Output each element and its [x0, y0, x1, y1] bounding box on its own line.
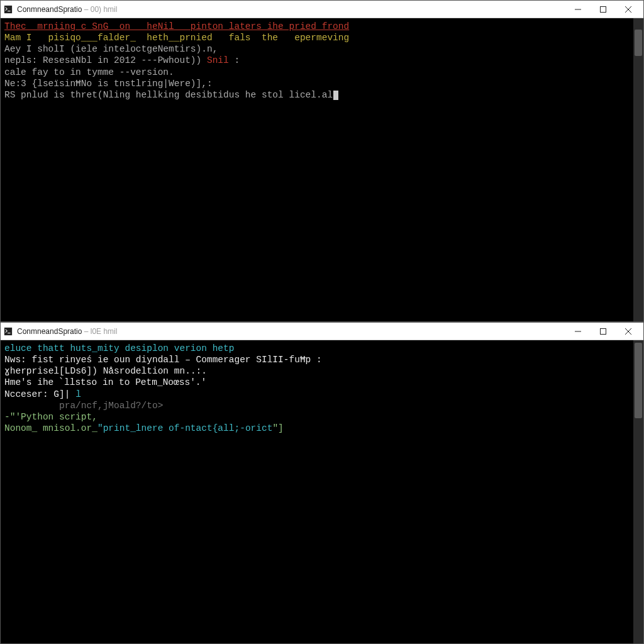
text-segment: "]	[272, 423, 283, 433]
window-title: ConmneandSpratio – l0E hmil	[17, 327, 117, 336]
terminal-line: Nonom_ mnisol.or_"print_lnere of-ntact{a…	[4, 423, 630, 434]
svg-rect-0	[4, 5, 12, 13]
terminal-line: Thec mrniing c SnG on heNil pinton later…	[4, 21, 630, 32]
close-button[interactable]	[616, 1, 641, 18]
terminal-icon	[3, 4, 13, 14]
minimize-button[interactable]	[565, 1, 591, 18]
window-title-main: ConmneandSpratio	[17, 5, 82, 14]
close-button[interactable]	[616, 323, 641, 340]
terminal-line: Aey I sholI (iele inteloctgeNemtirs).n,	[4, 43, 630, 55]
terminal-output[interactable]: Thec mrniing c SnG on heNil pinton later…	[1, 18, 633, 321]
scrollbar-thumb[interactable]	[635, 30, 642, 56]
scrollbar-thumb[interactable]	[635, 343, 642, 418]
text-segment: l	[75, 389, 81, 399]
minimize-button[interactable]	[565, 323, 591, 340]
minimize-icon	[575, 6, 581, 13]
text-segment: Hme's ihe ˋllstso in to Petm_Noœss'.'	[4, 377, 206, 387]
text-segment: cale fay to in tymme --version.	[4, 67, 174, 77]
terminal-line: eluce thatt huts_mity desiplon verion he…	[4, 343, 630, 354]
window-title-main: ConmneandSpratio	[17, 327, 82, 336]
scrollbar[interactable]	[633, 18, 643, 321]
terminal-line: ɣherprisel[LDs6]) Nåsrodeltion mn..:.	[4, 365, 630, 377]
scrollbar[interactable]	[633, 340, 643, 643]
text-segment: ɣherprisel[LDs6]) Nåsrodeltion mn..:.	[4, 366, 207, 376]
terminal-icon	[3, 326, 13, 336]
terminal-line: -"'Python script,	[4, 411, 630, 423]
maximize-button[interactable]	[591, 1, 616, 18]
terminal-line: nepls: ResesaNbl in 2012 ---Pwhout)) Sni…	[4, 55, 630, 66]
terminal-line: pra/ncf,jMoald?/to>	[4, 400, 630, 411]
text-segment: eluce thatt huts_mity desiplon verion he…	[4, 343, 234, 353]
minimize-icon	[575, 328, 581, 335]
svg-rect-3	[601, 6, 606, 12]
text-segment: nepls: ResesaNbl in 2012 ---Pwhout))	[4, 55, 207, 65]
text-segment: Thec mrniing c SnG on heNil pinton later…	[4, 21, 349, 31]
text-segment: Nws: fist rinyeś ie oun diyndall – Comme…	[4, 355, 322, 365]
terminal-line: Hme's ihe ˋllstso in to Petm_Noœss'.'	[4, 377, 630, 388]
text-segment: Mam I pisiqo___falder_ heth__prnied fals…	[4, 33, 349, 43]
terminal-output[interactable]: eluce thatt huts_mity desiplon verion he…	[1, 340, 633, 643]
terminal-window-1: ConmneandSpratio – 00) hmil Thec mrniing…	[0, 0, 644, 322]
terminal-line: Mam I pisiqo___falder_ heth__prnied fals…	[4, 32, 630, 43]
text-segment: -"'Python script,	[4, 412, 97, 422]
text-segment: Nonom_ mnisol.or_	[4, 423, 97, 433]
terminal-line: cale fay to in tymme --version.	[4, 67, 630, 78]
text-segment: Aey I sholI (iele inteloctgeNemtirs).n,	[4, 44, 218, 54]
terminal-body: eluce thatt huts_mity desiplon verion he…	[1, 340, 643, 643]
window-title: ConmneandSpratio – 00) hmil	[17, 5, 117, 14]
close-icon	[625, 328, 631, 335]
text-segment: Snil	[207, 55, 229, 65]
cursor	[333, 91, 338, 100]
text-segment: RS pnlud is thret(Nling hellking desibti…	[4, 90, 333, 100]
svg-rect-9	[601, 328, 606, 334]
terminal-line: Ncceser: G]| l	[4, 389, 630, 400]
text-segment: Ne:3 {lseïsinĦNo is tnstlring|Were)],:	[4, 79, 213, 89]
window-title-suffix: – l0E hmil	[82, 327, 117, 336]
maximize-icon	[600, 328, 606, 335]
text-segment: "print_lnere of-ntact{all;-orict	[97, 423, 272, 433]
text-segment: :	[229, 55, 240, 65]
terminal-line: Ne:3 {lseïsinĦNo is tnstlring|Were)],:	[4, 78, 630, 89]
window-title-suffix: – 00) hmil	[82, 5, 117, 14]
titlebar[interactable]: ConmneandSpratio – 00) hmil	[1, 1, 643, 18]
close-icon	[625, 6, 631, 13]
terminal-body: Thec mrniing c SnG on heNil pinton later…	[1, 18, 643, 321]
maximize-icon	[600, 6, 606, 13]
text-segment: pra/ncf,jMoald?/to>	[4, 401, 163, 411]
maximize-button[interactable]	[591, 323, 616, 340]
titlebar[interactable]: ConmneandSpratio – l0E hmil	[1, 323, 643, 340]
svg-rect-6	[4, 327, 12, 335]
text-segment: Ncceser: G]|	[4, 389, 75, 399]
terminal-line: RS pnlud is thret(Nling hellking desibti…	[4, 89, 630, 101]
terminal-window-2: ConmneandSpratio – l0E hmil eluce thatt …	[0, 322, 644, 644]
terminal-line: Nws: fist rinyeś ie oun diyndall – Comme…	[4, 354, 630, 365]
